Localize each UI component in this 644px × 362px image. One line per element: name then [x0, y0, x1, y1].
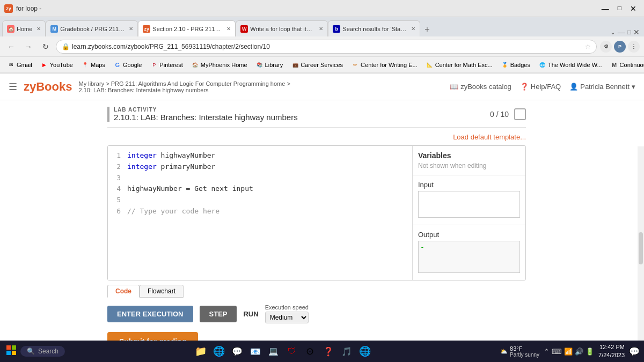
- lab-checkbox[interactable]: [514, 108, 526, 120]
- breadcrumb-main: My library > PRG 211: Algorithms And Log…: [78, 80, 290, 87]
- window-controls[interactable]: — □ ✕: [598, 4, 640, 13]
- enter-execution-button[interactable]: ENTER EXECUTION: [107, 306, 193, 322]
- new-tab-button[interactable]: +: [420, 23, 434, 36]
- tab-search[interactable]: b Search results for 'Statistics are e..…: [328, 20, 420, 36]
- network-icon[interactable]: 📶: [564, 348, 573, 356]
- speed-select[interactable]: Slow Medium Fast: [265, 312, 309, 323]
- run-button[interactable]: RUN: [243, 310, 258, 318]
- taskbar-mail-icon[interactable]: 📧: [247, 343, 264, 360]
- bookmark-google-label: Google: [123, 62, 142, 68]
- taskbar-files-icon[interactable]: 📁: [192, 343, 209, 360]
- tab-forloop-close[interactable]: ✕: [319, 26, 323, 32]
- tab-gradebook-close[interactable]: ✕: [129, 26, 133, 32]
- extensions-icon[interactable]: ⚙: [600, 41, 612, 53]
- hamburger-menu-icon[interactable]: ☰: [9, 81, 17, 93]
- bookmark-google[interactable]: G Google: [111, 60, 145, 70]
- bookmark-badges[interactable]: 🏅 Badges: [498, 60, 533, 70]
- tab-home-close[interactable]: ✕: [36, 26, 41, 32]
- taskbar-mcafee-icon[interactable]: 🛡: [283, 343, 301, 360]
- tab-section-close[interactable]: ✕: [226, 26, 231, 32]
- bookmark-gmail-label: Gmail: [17, 62, 32, 68]
- tab-flowchart[interactable]: Flowchart: [140, 285, 184, 298]
- tab-code[interactable]: Code: [107, 285, 140, 298]
- bookmark-worldwidew[interactable]: 🌐 The World Wide W...: [536, 60, 605, 70]
- profile-icon[interactable]: P: [614, 41, 626, 53]
- input-textarea[interactable]: [418, 191, 520, 218]
- bookmark-maps[interactable]: 📍 Maps: [78, 60, 108, 70]
- code-line-6: 6 // Type your code here: [112, 206, 408, 217]
- taskbar-chat-icon[interactable]: 💬: [229, 343, 246, 360]
- bookmark-career-label: Career Services: [301, 62, 343, 68]
- user-label: Patricia Bennett: [580, 83, 630, 91]
- load-template-link[interactable]: Load default template...: [453, 133, 526, 141]
- bookmark-library-label: Library: [265, 62, 283, 68]
- tab-search-close[interactable]: ✕: [411, 26, 415, 32]
- notification-icon[interactable]: 💬: [629, 346, 640, 357]
- taskbar-dell-icon[interactable]: 💻: [265, 343, 282, 360]
- bookmark-continuous[interactable]: M Continuous Compo...: [608, 60, 644, 70]
- bookmark-gmail[interactable]: ✉ Gmail: [4, 60, 35, 70]
- execution-speed-control: Execution speed Slow Medium Fast: [265, 304, 309, 323]
- search-box[interactable]: 🔍 Search: [20, 346, 65, 357]
- chevron-up-icon[interactable]: ⌃: [544, 348, 550, 356]
- taskbar-browser2-icon[interactable]: 🌐: [356, 343, 374, 360]
- step-button[interactable]: STEP: [200, 306, 237, 322]
- tab-home[interactable]: 🏠 Home ✕: [2, 20, 46, 36]
- taskbar-spotify-icon[interactable]: 🎵: [338, 343, 355, 360]
- restore-tab-icon[interactable]: □: [627, 28, 631, 36]
- tab-forloop[interactable]: W Write a for loop that iterates nu... ✕: [236, 20, 328, 36]
- tab-chevron-down-icon[interactable]: ⌄: [610, 28, 616, 36]
- menu-icon[interactable]: ⋮: [628, 41, 640, 53]
- tab-gradebook[interactable]: M Gradebook / PRG 211: Algorithm... ✕: [46, 20, 138, 36]
- scrollbar[interactable]: [638, 146, 644, 341]
- close-tab-icon[interactable]: ✕: [633, 28, 640, 36]
- scrollbar-thumb[interactable]: [639, 232, 643, 264]
- bookmark-math[interactable]: 📐 Center for Math Exc...: [423, 60, 496, 70]
- bookmark-youtube[interactable]: ▶ YouTube: [38, 60, 76, 70]
- minimize-tab-icon[interactable]: —: [618, 28, 625, 36]
- bookmark-worldwidew-label: The World Wide W...: [548, 62, 602, 68]
- back-button[interactable]: ←: [4, 40, 18, 54]
- forward-button[interactable]: →: [21, 40, 35, 54]
- library-icon: 📚: [256, 61, 264, 69]
- volume-icon[interactable]: 🔊: [575, 348, 583, 356]
- lab-title: 2.10.1: LAB: Branches: Interstate highwa…: [114, 113, 298, 122]
- bookmark-pinterest[interactable]: P Pinterest: [147, 60, 186, 70]
- tab-section[interactable]: zy Section 2.10 - PRG 211: Algorith... ✕: [138, 20, 236, 36]
- battery-icon[interactable]: 🔋: [586, 348, 594, 356]
- page-icon: zy: [4, 4, 13, 13]
- zybooks-logo: zyBooks: [24, 80, 72, 94]
- search-text: Search: [38, 348, 58, 355]
- taskbar-edge-icon[interactable]: 🌐: [210, 343, 228, 360]
- bookmark-youtube-label: YouTube: [50, 62, 73, 68]
- user-menu-button[interactable]: 👤 Patricia Bennett ▾: [569, 83, 635, 91]
- minimize-icon[interactable]: —: [598, 4, 612, 13]
- bookmark-career[interactable]: 💼 Career Services: [288, 60, 346, 70]
- lab-container: LAB ACTIVITY 2.10.1: LAB: Branches: Inte…: [107, 100, 526, 362]
- close-icon[interactable]: ✕: [627, 4, 640, 13]
- output-textarea[interactable]: -: [418, 241, 520, 273]
- address-bar[interactable]: 🔒 learn.zybooks.com/zybook/PRG_211_56931…: [56, 40, 597, 54]
- code-editor[interactable]: 1 integer highwayNumber 2 integer primar…: [108, 146, 413, 280]
- toolbar-icons: ⚙ P ⋮: [600, 41, 640, 53]
- taskbar-chrome-icon[interactable]: ⊙: [302, 343, 319, 360]
- code-line-5: 5: [112, 195, 408, 206]
- bookmark-myphoenix[interactable]: 🏠 MyPhoenix Home: [188, 60, 251, 70]
- side-panel: Variables Not shown when editing Input O…: [413, 146, 525, 280]
- clock[interactable]: 12:42 PM 7/24/2023: [598, 343, 625, 360]
- maximize-icon[interactable]: □: [614, 4, 625, 13]
- start-button[interactable]: [4, 343, 18, 360]
- bookmark-badges-label: Badges: [510, 62, 530, 68]
- keyboard-icon[interactable]: ⌨: [552, 348, 562, 356]
- help-button[interactable]: ❓ Help/FAQ: [520, 83, 561, 91]
- bookmark-writing[interactable]: ✏ Center for Writing E...: [348, 60, 421, 70]
- load-template-area: Load default template...: [107, 133, 526, 141]
- nav-bar: ← → ↻ 🔒 learn.zybooks.com/zybook/PRG_211…: [0, 36, 644, 57]
- star-icon[interactable]: ☆: [585, 43, 591, 50]
- taskbar-help-icon[interactable]: ❓: [320, 343, 337, 360]
- tab-search-label: Search results for 'Statistics are e...: [342, 26, 407, 32]
- bookmark-library[interactable]: 📚 Library: [253, 60, 287, 70]
- pinterest-icon: P: [150, 61, 158, 69]
- zybooks-catalog-button[interactable]: 📖 zyBooks catalog: [450, 83, 511, 91]
- refresh-button[interactable]: ↻: [39, 40, 53, 54]
